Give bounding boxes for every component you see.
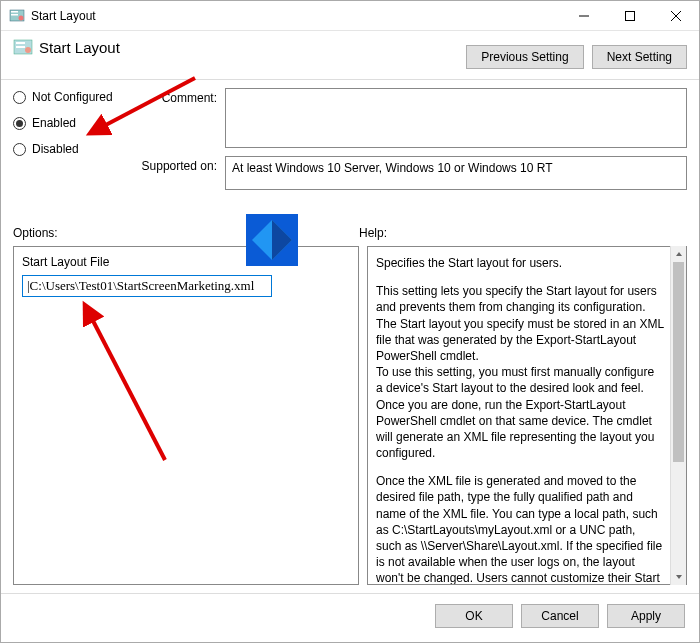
close-button[interactable] <box>653 1 699 31</box>
radio-label: Disabled <box>32 142 79 156</box>
logo-overlay-icon <box>246 214 298 266</box>
help-panel: Specifies the Start layout for users. Th… <box>367 246 687 585</box>
svg-rect-9 <box>16 42 25 44</box>
ok-button[interactable]: OK <box>435 604 513 628</box>
svg-marker-12 <box>676 252 682 256</box>
svg-point-3 <box>19 15 24 20</box>
radio-not-configured[interactable]: Not Configured <box>13 90 123 104</box>
start-layout-file-label: Start Layout File <box>22 255 350 269</box>
svg-point-11 <box>25 47 31 53</box>
help-label: Help: <box>359 226 687 240</box>
previous-setting-button[interactable]: Previous Setting <box>466 45 583 69</box>
svg-rect-10 <box>16 46 25 48</box>
scroll-thumb[interactable] <box>673 262 684 462</box>
panels: Start Layout File Specifies the Start la… <box>1 246 699 585</box>
supported-on-text: At least Windows 10 Server, Windows 10 o… <box>225 156 687 190</box>
comment-textarea[interactable] <box>225 88 687 148</box>
svg-rect-5 <box>626 11 635 20</box>
policy-header-icon <box>13 37 33 57</box>
options-label: Options: <box>13 226 359 240</box>
next-setting-button[interactable]: Next Setting <box>592 45 687 69</box>
dialog-window: Start Layout Start Layout Previous Setti… <box>0 0 700 643</box>
svg-marker-13 <box>676 575 682 579</box>
start-layout-file-input[interactable] <box>22 275 272 297</box>
help-text: Specifies the Start layout for users. <box>376 255 664 271</box>
cancel-button[interactable]: Cancel <box>521 604 599 628</box>
radio-label: Not Configured <box>32 90 113 104</box>
radio-enabled[interactable]: Enabled <box>13 116 123 130</box>
policy-icon <box>9 8 25 24</box>
comment-label: Comment: <box>135 88 225 148</box>
radio-disabled[interactable]: Disabled <box>13 142 123 156</box>
svg-rect-1 <box>11 11 18 13</box>
config-row: Not Configured Enabled Disabled Comment:… <box>1 80 699 198</box>
section-labels: Options: Help: <box>1 198 699 246</box>
header-title: Start Layout <box>39 39 120 56</box>
minimize-button[interactable] <box>561 1 607 31</box>
help-text: This setting lets you specify the Start … <box>376 283 664 364</box>
apply-button[interactable]: Apply <box>607 604 685 628</box>
help-text: To use this setting, you must first manu… <box>376 364 664 461</box>
footer: OK Cancel Apply <box>1 593 699 642</box>
window-title: Start Layout <box>31 9 561 23</box>
supported-label: Supported on: <box>135 156 225 190</box>
options-panel: Start Layout File <box>13 246 359 585</box>
scroll-down-button[interactable] <box>671 569 686 585</box>
titlebar: Start Layout <box>1 1 699 31</box>
maximize-button[interactable] <box>607 1 653 31</box>
header: Start Layout Previous Setting Next Setti… <box>1 31 699 80</box>
help-scrollbar[interactable] <box>670 246 686 585</box>
scroll-up-button[interactable] <box>671 246 686 262</box>
help-text: Once the XML file is generated and moved… <box>376 473 664 585</box>
svg-rect-2 <box>11 14 18 16</box>
radio-label: Enabled <box>32 116 76 130</box>
state-radio-group: Not Configured Enabled Disabled <box>13 88 123 198</box>
